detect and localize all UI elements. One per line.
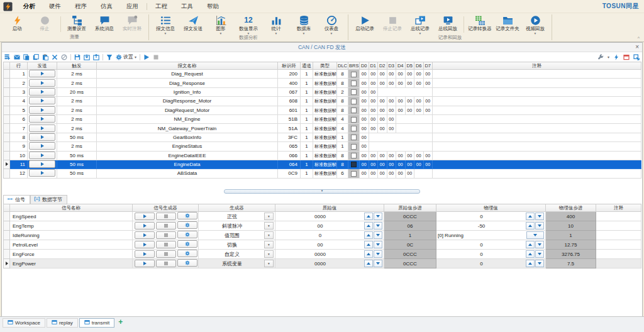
send-play-button[interactable] (29, 88, 55, 96)
generator-dropdown-icon[interactable]: ▾ (264, 241, 274, 248)
phys-spin-down-button[interactable] (535, 222, 544, 230)
disable-icon[interactable] (61, 54, 67, 60)
trigger-cell[interactable]: 50 ms (57, 151, 97, 160)
send-play-button[interactable] (29, 152, 55, 159)
data-byte-cell-d6[interactable]: 00 (414, 151, 424, 160)
signal-name-cell[interactable]: EngSpeed (10, 212, 133, 221)
raw-step-cell[interactable]: 0C (384, 240, 436, 250)
comment-cell[interactable] (433, 106, 641, 114)
data-byte-cell-d5[interactable]: 00 (405, 151, 414, 160)
workspace-tab-transmit[interactable]: transmit (79, 318, 114, 328)
channel-cell[interactable]: 1 (301, 169, 313, 178)
video-replay-button[interactable]: 视频回放▾ (521, 14, 549, 35)
message-name-cell[interactable]: Diag_Request (97, 70, 278, 79)
data-byte-cell-d6[interactable]: 00 (414, 70, 424, 79)
data-byte-cell-d3[interactable]: 00 (387, 97, 396, 106)
trigger-cell[interactable]: 2 ms (57, 124, 97, 133)
identifier-cell[interactable]: 3FC (278, 133, 301, 141)
generator-dropdown-icon[interactable]: ▾ (264, 260, 274, 267)
data-byte-cell-d0[interactable]: 00 (360, 87, 369, 96)
data-byte-cell-d5[interactable]: 00 (405, 70, 414, 79)
message-name-cell[interactable]: EngineData (97, 160, 278, 169)
ribbon-tab-5[interactable]: 应用 (119, 2, 145, 11)
paste-icon[interactable] (42, 54, 48, 60)
signal-row-EngSpeed[interactable]: EngSpeed正弦▾00000CCC0400 (4, 212, 641, 221)
ribbon-tab-6[interactable]: 工程 (148, 2, 174, 11)
trigger-cell[interactable]: 2 ms (57, 79, 97, 87)
brs-checkbox[interactable] (351, 89, 357, 95)
type-cell[interactable]: 标准数据帧 (313, 106, 337, 114)
phys-spin-up-button[interactable] (526, 241, 535, 248)
channel-cell[interactable]: 1 (301, 70, 313, 79)
identifier-cell[interactable]: 067 (278, 87, 301, 96)
identifier-cell[interactable]: 0C9 (278, 169, 301, 178)
data-byte-cell-d7[interactable]: 00 (423, 106, 433, 114)
channel-cell[interactable]: 1 (301, 87, 313, 96)
message-name-cell[interactable]: NM_Engine (97, 114, 278, 123)
phys-step-cell[interactable]: 12.75 (546, 240, 596, 250)
generator-select[interactable]: 切换▾ (199, 240, 275, 250)
ribbon-tab-8[interactable]: 帮助 (200, 2, 226, 11)
raw-value-cell[interactable]: 0000 (275, 259, 384, 268)
raw-spin-up-button[interactable] (364, 250, 373, 258)
signal-stop-button[interactable] (156, 260, 176, 267)
data-byte-cell-d3[interactable]: 00 (387, 79, 396, 87)
dlc-cell[interactable]: 8 (337, 151, 348, 160)
identifier-cell[interactable]: 601 (278, 106, 301, 114)
signal-play-button[interactable] (135, 250, 155, 258)
signal-stop-button[interactable] (156, 213, 176, 220)
comment-cell[interactable] (433, 70, 641, 79)
channel-cell[interactable]: 1 (301, 97, 313, 106)
send-play-button[interactable] (29, 106, 55, 114)
data-byte-cell-d1[interactable]: 00 (369, 97, 378, 106)
data-byte-cell-d7[interactable]: 00 (423, 160, 433, 169)
splitter-handle[interactable]: ▾ (224, 189, 420, 194)
data-byte-cell-d2[interactable]: 00 (378, 79, 387, 87)
message-row-Ignition_Info[interactable]: 320 msIgnition_Info0671标准数据帧20000 (4, 87, 641, 96)
data-byte-cell-d1[interactable]: 00 (369, 160, 378, 169)
comment-cell[interactable] (433, 142, 641, 151)
ribbon-tab-3[interactable]: 程序 (68, 2, 94, 11)
data-byte-cell-d2[interactable]: 00 (378, 97, 387, 106)
comment-cell[interactable] (433, 151, 641, 160)
tab-bytes[interactable]: 11数据字节 (30, 195, 67, 204)
data-byte-cell-d2[interactable]: 00 (378, 151, 387, 160)
data-byte-cell-d7[interactable]: 00 (423, 79, 433, 87)
phys-spin-up-button[interactable] (526, 250, 535, 258)
raw-value-cell[interactable]: 00 (275, 240, 384, 250)
generator-dropdown-icon[interactable]: ▾ (264, 250, 274, 258)
signal-row-IdleRunning[interactable]: IdleRunning值范围▾01[0] Running1 (4, 231, 641, 240)
start-send-icon[interactable] (143, 54, 150, 60)
signal-stop-button[interactable] (156, 222, 176, 230)
message-row-NM_Engine[interactable]: 62 msNM_Engine51B1标准数据帧400000000 (4, 114, 641, 123)
graphics-button[interactable]: 图形▾ (207, 14, 235, 35)
add-workspace-button[interactable]: + (116, 318, 125, 326)
phys-value-cell[interactable]: 0 (436, 250, 546, 259)
comment-cell[interactable] (433, 124, 641, 133)
trigger-cell[interactable]: 20 ms (57, 87, 97, 96)
signal-name-cell[interactable]: IdleRunning (10, 231, 133, 240)
data-byte-cell-d4[interactable]: 00 (396, 79, 406, 87)
channel-cell[interactable]: 1 (301, 124, 313, 133)
signal-settings-button[interactable] (177, 231, 197, 238)
dlc-cell[interactable]: 4 (337, 114, 348, 123)
data-byte-cell-d5[interactable]: 00 (405, 160, 414, 169)
raw-step-cell[interactable]: 06 (384, 221, 436, 231)
duplicate-icon[interactable] (33, 54, 39, 60)
data-byte-cell-d2[interactable]: 00 (378, 70, 387, 79)
phys-step-cell[interactable]: 3276.75 (546, 250, 596, 259)
filter-icon[interactable] (106, 54, 113, 60)
dlc-cell[interactable]: 8 (337, 97, 348, 106)
phys-value-cell[interactable]: 0 (436, 212, 546, 221)
app-logo-icon[interactable] (3, 2, 13, 11)
export-icon[interactable] (93, 54, 99, 60)
raw-spin-down-button[interactable] (374, 231, 382, 239)
signal-name-cell[interactable]: EngPower (10, 259, 133, 268)
raw-value-cell[interactable]: 0000 (275, 212, 384, 221)
delete-icon[interactable] (52, 54, 58, 60)
channel-cell[interactable]: 1 (301, 114, 313, 123)
signal-play-button[interactable] (135, 222, 155, 230)
brs-checkbox[interactable] (351, 171, 357, 177)
generator-select[interactable]: 正弦▾ (199, 212, 275, 221)
tab-signal[interactable]: 信号 (3, 195, 30, 204)
